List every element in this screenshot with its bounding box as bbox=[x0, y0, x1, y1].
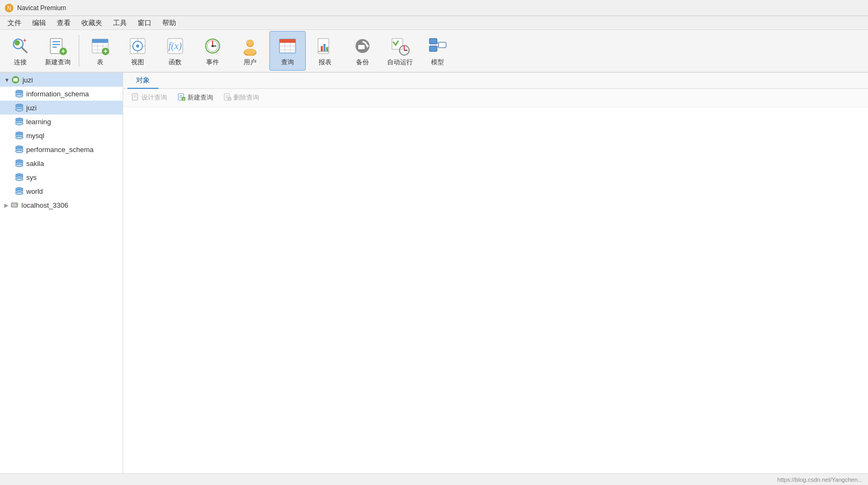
svg-text:f(x): f(x) bbox=[169, 41, 182, 52]
backup-button[interactable]: 备份 bbox=[344, 31, 381, 71]
expand-icon: ▶ bbox=[4, 202, 9, 208]
new-query-action-label: 新建查询 bbox=[187, 93, 213, 102]
svg-point-36 bbox=[247, 40, 253, 46]
design-query-label: 设计查询 bbox=[141, 93, 167, 102]
new-query-action-button[interactable]: + 新建查询 bbox=[173, 92, 217, 104]
action-bar: 设计查询 + 新建查询 bbox=[123, 89, 868, 107]
svg-point-4 bbox=[14, 40, 20, 46]
app-title: Navicat Premium bbox=[17, 4, 66, 12]
connection-juzi-label: juzi bbox=[22, 76, 33, 84]
backup-icon bbox=[352, 35, 373, 57]
connect-label: 连接 bbox=[14, 58, 27, 67]
menu-window[interactable]: 窗口 bbox=[132, 17, 157, 29]
svg-point-33 bbox=[212, 45, 214, 47]
svg-text:+: + bbox=[103, 48, 107, 55]
query-button[interactable]: 查询 bbox=[269, 31, 306, 71]
main-layout: ▼ juzi information_schema bbox=[0, 73, 868, 485]
tree-connection-localhost[interactable]: ▶ localhost_3306 bbox=[0, 198, 123, 212]
delete-query-icon: − bbox=[224, 93, 231, 102]
db-label: sys bbox=[26, 173, 37, 181]
function-button[interactable]: f(x) 函数 bbox=[157, 31, 193, 71]
svg-rect-13 bbox=[92, 39, 108, 43]
svg-rect-45 bbox=[321, 46, 323, 51]
report-label: 报表 bbox=[319, 58, 331, 67]
menu-view[interactable]: 查看 bbox=[51, 17, 76, 29]
menubar: 文件 编辑 查看 收藏夹 工具 窗口 帮助 bbox=[0, 16, 868, 30]
view-label: 视图 bbox=[131, 58, 144, 67]
workspace bbox=[123, 107, 868, 485]
menu-file[interactable]: 文件 bbox=[2, 17, 27, 29]
delete-query-label: 删除查询 bbox=[233, 93, 259, 102]
menu-help[interactable]: 帮助 bbox=[157, 17, 182, 29]
db-icon bbox=[15, 160, 24, 167]
db-information-schema[interactable]: information_schema bbox=[0, 87, 123, 101]
db-label: mysql bbox=[26, 132, 44, 140]
query-label: 查询 bbox=[281, 58, 294, 67]
db-label: learning bbox=[26, 118, 51, 126]
db-label: juzi bbox=[26, 104, 37, 112]
svg-rect-62 bbox=[13, 78, 18, 81]
event-button[interactable]: 事件 bbox=[194, 31, 231, 71]
table-button[interactable]: + 表 bbox=[82, 31, 118, 71]
svg-text:−: − bbox=[229, 97, 231, 101]
db-icon bbox=[15, 118, 24, 125]
db-performance-schema[interactable]: performance_schema bbox=[0, 142, 123, 156]
db-label: information_schema bbox=[26, 90, 89, 98]
db-icon bbox=[15, 173, 24, 181]
localhost-label: localhost_3306 bbox=[21, 201, 68, 209]
sidebar: ▼ juzi information_schema bbox=[0, 73, 123, 485]
svg-line-3 bbox=[21, 47, 27, 52]
table-icon: + bbox=[89, 35, 111, 57]
menu-edit[interactable]: 编辑 bbox=[27, 17, 51, 29]
db-label: sakila bbox=[26, 160, 44, 168]
delete-query-button[interactable]: − 删除查询 bbox=[220, 92, 263, 104]
svg-point-67 bbox=[16, 95, 23, 97]
separator-1 bbox=[79, 35, 79, 67]
toolbar: + 连接 + 新建查询 bbox=[0, 30, 868, 73]
new-query-icon: + bbox=[47, 35, 69, 57]
tab-objects[interactable]: 对象 bbox=[127, 73, 158, 89]
connect-icon: + bbox=[10, 35, 31, 57]
svg-point-97 bbox=[16, 178, 23, 181]
svg-rect-39 bbox=[280, 39, 296, 43]
model-button[interactable]: 模型 bbox=[419, 31, 456, 71]
app-icon: N bbox=[4, 3, 14, 13]
svg-text:N: N bbox=[7, 5, 11, 11]
content-area: 对象 设计查询 bbox=[123, 73, 868, 485]
svg-point-72 bbox=[16, 109, 23, 111]
db-juzi[interactable]: juzi bbox=[0, 101, 123, 115]
db-sys[interactable]: sys bbox=[0, 170, 123, 184]
user-label: 用户 bbox=[244, 58, 256, 67]
user-button[interactable]: 用户 bbox=[232, 31, 268, 71]
auto-run-label: 自动运行 bbox=[387, 58, 413, 67]
model-icon bbox=[427, 35, 448, 57]
backup-label: 备份 bbox=[356, 58, 369, 67]
new-query-action-icon: + bbox=[178, 93, 185, 102]
svg-text:+: + bbox=[23, 37, 26, 43]
event-label: 事件 bbox=[206, 58, 219, 67]
design-query-button[interactable]: 设计查询 bbox=[127, 92, 171, 104]
svg-point-82 bbox=[16, 137, 23, 139]
svg-point-87 bbox=[16, 150, 23, 153]
menu-tools[interactable]: 工具 bbox=[108, 17, 132, 29]
expand-icon: ▼ bbox=[4, 77, 10, 83]
auto-run-button[interactable]: 自动运行 bbox=[382, 31, 418, 71]
connect-button[interactable]: + 连接 bbox=[2, 31, 39, 71]
view-button[interactable]: 视图 bbox=[119, 31, 156, 71]
db-world[interactable]: world bbox=[0, 184, 123, 198]
event-icon bbox=[202, 35, 223, 57]
function-icon: f(x) bbox=[164, 35, 186, 57]
new-query-button[interactable]: + 新建查询 bbox=[40, 31, 76, 71]
db-icon bbox=[15, 132, 24, 139]
user-icon bbox=[239, 35, 261, 57]
report-button[interactable]: 报表 bbox=[307, 31, 343, 71]
svg-point-92 bbox=[16, 164, 23, 167]
db-mysql[interactable]: mysql bbox=[0, 128, 123, 142]
tree-connection-juzi[interactable]: ▼ juzi bbox=[0, 73, 123, 87]
db-sakila[interactable]: sakila bbox=[0, 156, 123, 170]
connection-icon bbox=[11, 75, 20, 84]
db-learning[interactable]: learning bbox=[0, 115, 123, 128]
menu-favorites[interactable]: 收藏夹 bbox=[76, 17, 108, 29]
svg-point-105 bbox=[16, 204, 17, 205]
db-icon bbox=[15, 187, 24, 195]
